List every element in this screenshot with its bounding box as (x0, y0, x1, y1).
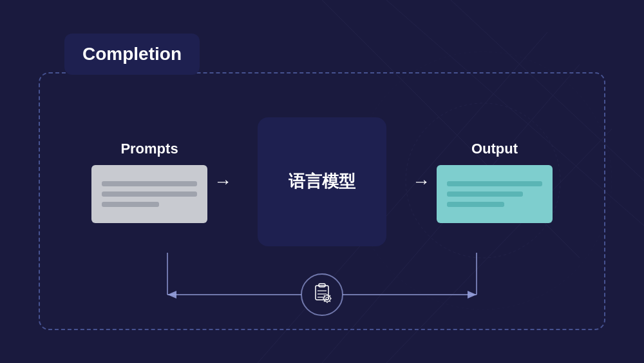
feedback-row (39, 253, 605, 330)
prompts-card (91, 165, 207, 223)
gear-circle-bg (301, 274, 343, 315)
prompts-group: Prompts (91, 141, 207, 223)
prompts-label: Prompts (120, 141, 178, 157)
main-diagram: Completion Prompts → 语言模型 → Output (39, 34, 605, 330)
feedback-arrow-right (468, 291, 477, 299)
language-model-text: 语言模型 (289, 170, 355, 193)
completion-label-text: Completion (82, 44, 182, 64)
completion-badge: Completion (64, 34, 200, 75)
output-line-1 (447, 181, 542, 186)
feedback-arrow-left (167, 291, 176, 299)
output-line-3 (447, 202, 504, 207)
language-model-box: 语言模型 (258, 117, 386, 246)
output-group: Output (437, 141, 553, 223)
prompts-line-3 (102, 202, 159, 207)
prompts-line-1 (102, 181, 197, 186)
output-label: Output (471, 141, 518, 157)
output-line-2 (447, 191, 523, 197)
arrow-lm-to-output: → (412, 173, 430, 191)
output-card (437, 165, 553, 223)
prompts-line-2 (102, 191, 197, 197)
arrow-prompts-to-lm: → (214, 173, 232, 191)
